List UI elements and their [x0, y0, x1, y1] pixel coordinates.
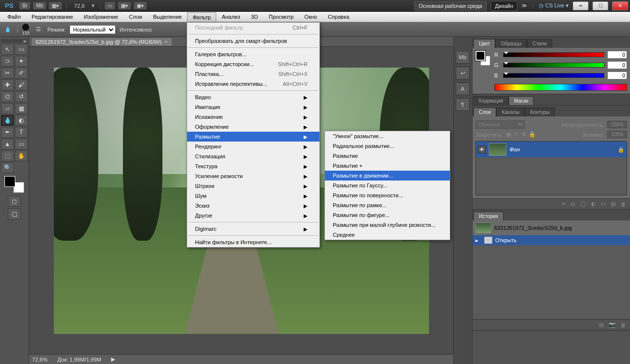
menu-файл[interactable]: Файл — [2, 12, 26, 22]
screen-button[interactable]: ▣▾ — [134, 2, 147, 9]
screen-mode-toggle[interactable]: ▢ — [8, 209, 21, 219]
menu-изображение[interactable]: Изображение — [79, 12, 123, 22]
shape-tool[interactable]: ▭ — [15, 139, 28, 149]
history-snapshot[interactable]: 6201261972_3cedec525d_b.jpg — [472, 220, 630, 235]
filter-menu-item-16[interactable]: Текстура▶ — [187, 161, 319, 171]
tab-layers[interactable]: Слои — [473, 108, 496, 116]
move-tool[interactable]: ↖ — [1, 44, 14, 55]
g-input[interactable] — [607, 61, 627, 69]
filter-menu-item-14[interactable]: Рендеринг▶ — [187, 142, 319, 151]
filter-menu-item-7[interactable]: Исправление перспективы...Alt+Ctrl+V — [187, 79, 319, 89]
blur-submenu-item-8[interactable]: Размытие по фигуре... — [325, 210, 450, 220]
blur-submenu-item-3[interactable]: Размытие + — [325, 161, 450, 171]
zoom-readout[interactable]: 72,6 — [71, 3, 87, 9]
filter-menu-item-13[interactable]: Размытие▶ — [187, 132, 319, 142]
paragraph-panel-icon[interactable]: ¶ — [456, 98, 470, 111]
filter-menu-item-20[interactable]: Эскиз▶ — [187, 201, 319, 211]
delete-layer-icon[interactable]: 🗑 — [621, 201, 626, 207]
blur-submenu[interactable]: "Умное" размытие...Радиальное размытие..… — [324, 131, 450, 240]
layer-fx-icon[interactable]: fx — [571, 201, 575, 207]
lock-pixels-icon[interactable]: ✎ — [514, 131, 518, 138]
toolbox-handle[interactable] — [1, 39, 28, 43]
blur-submenu-item-6[interactable]: Размытие по поверхности... — [325, 190, 450, 200]
minibridge-panel-icon[interactable]: Mb — [456, 51, 470, 64]
filter-menu-item-6[interactable]: Пластика...Shift+Ctrl+X — [187, 69, 319, 79]
eyedropper-tool[interactable]: ✐ — [15, 68, 28, 78]
panel-color-swatches[interactable] — [475, 51, 490, 66]
dodge-tool[interactable]: ◐ — [15, 115, 28, 126]
blend-mode-select[interactable]: Обычные — [475, 120, 525, 129]
marquee-tool[interactable]: ▭ — [15, 44, 28, 55]
gradient-tool[interactable]: ▦ — [15, 103, 28, 114]
filter-menu-item-12[interactable]: Оформление▶ — [187, 122, 319, 132]
menu-просмотр[interactable]: Просмотр — [263, 12, 299, 22]
fill-adjust-icon[interactable]: ◐ — [591, 201, 596, 207]
filter-menu-item-19[interactable]: Шум▶ — [187, 191, 319, 201]
close-tab-icon[interactable]: × — [164, 39, 167, 45]
r-input[interactable] — [607, 51, 627, 59]
tab-color[interactable]: Цвет — [473, 39, 495, 48]
filter-menu-item-2[interactable]: Преобразовать для смарт-фильтров — [187, 36, 319, 46]
workspace-design[interactable]: Дизайн — [491, 1, 518, 11]
spectrum-ramp[interactable] — [494, 84, 627, 91]
zoom-dropdown-icon[interactable]: ▼ — [91, 3, 96, 8]
brush-preset-picker[interactable]: 133 — [22, 24, 30, 36]
blur-submenu-item-10[interactable]: Среднее — [325, 230, 450, 240]
b-slider[interactable] — [503, 73, 604, 78]
document-tab[interactable]: 6201261972_3cedec525d_b.jpg @ 72,6% (RGB… — [31, 37, 172, 46]
close-button[interactable]: ✕ — [612, 1, 628, 10]
menu-3d[interactable]: 3D — [245, 12, 263, 22]
filter-menu-item-15[interactable]: Стилизация▶ — [187, 151, 319, 161]
blend-mode-select[interactable]: Нормальный — [70, 25, 116, 34]
panel-fg-swatch[interactable] — [475, 51, 485, 61]
arrange-button[interactable]: ▦▾ — [118, 2, 131, 9]
heal-tool[interactable]: ✚ — [1, 79, 14, 90]
wand-tool[interactable]: ✦ — [15, 56, 28, 67]
tab-swatches[interactable]: Образцы — [495, 39, 527, 48]
layer-row[interactable]: 👁 Фон 🔒 — [476, 142, 627, 157]
minimize-button[interactable]: ━ — [573, 1, 589, 10]
layer-mask-icon[interactable]: ◯ — [580, 201, 586, 207]
pen-tool[interactable]: ✒ — [1, 127, 14, 138]
create-document-icon[interactable]: ▤ — [599, 322, 604, 328]
layer-thumbnail[interactable] — [489, 143, 507, 156]
menu-выделение[interactable]: Выделение — [148, 12, 187, 22]
status-docsize[interactable]: Док: 1,99M/1,99M — [57, 357, 101, 363]
character-panel-icon[interactable]: A — [456, 82, 470, 95]
menu-анализ[interactable]: Анализ — [216, 12, 245, 22]
stamp-tool[interactable]: ⌬ — [1, 91, 14, 102]
filter-menu-item-4[interactable]: Галерея фильтров... — [187, 49, 319, 59]
filter-menu-item-25[interactable]: Найти фильтры в Интернете... — [187, 237, 319, 247]
lock-transparency-icon[interactable]: ▦ — [506, 131, 511, 138]
menu-фильтр[interactable]: Фильтр — [187, 12, 216, 22]
blur-submenu-item-2[interactable]: Размытие — [325, 151, 450, 161]
delete-state-icon[interactable]: 🗑 — [621, 322, 626, 328]
type-tool[interactable]: T — [15, 127, 28, 138]
filter-menu-item-11[interactable]: Искажение▶ — [187, 112, 319, 122]
menu-редактирование[interactable]: Редактирование — [26, 12, 79, 22]
blur-submenu-item-1[interactable]: Радиальное размытие... — [325, 141, 450, 151]
brush-tool[interactable]: 🖌 — [15, 79, 28, 90]
r-slider[interactable] — [503, 52, 604, 57]
group-icon[interactable]: ▭ — [601, 201, 606, 207]
blur-submenu-item-5[interactable]: Размытие по Гауссу... — [325, 181, 450, 190]
fg-color-swatch[interactable] — [4, 176, 15, 187]
history-brush-tool[interactable]: ↺ — [15, 91, 28, 102]
blur-submenu-item-4[interactable]: Размытие в движении... — [325, 171, 450, 181]
cslive-button[interactable]: ◷ CS Live ▾ — [539, 2, 569, 9]
visibility-toggle-icon[interactable]: 👁 — [478, 146, 486, 153]
history-step[interactable]: ▸ Открыть — [472, 235, 630, 245]
opacity-value[interactable]: 100% — [607, 121, 627, 128]
new-layer-icon[interactable]: ▤ — [611, 201, 616, 207]
bridge-button[interactable]: Br — [19, 2, 30, 9]
history-brush-source-icon[interactable]: ▸ — [475, 237, 481, 244]
blur-submenu-item-7[interactable]: Размытие по рамке... — [325, 200, 450, 210]
filter-menu-item-9[interactable]: Видео▶ — [187, 92, 319, 102]
layer-name[interactable]: Фон — [510, 146, 615, 152]
quick-mask-toggle[interactable]: ◻ — [8, 196, 21, 207]
blur-submenu-item-9[interactable]: Размытие при малой глубине резкости... — [325, 220, 450, 230]
tab-masks[interactable]: Маски — [509, 96, 534, 105]
tab-styles[interactable]: Стили — [527, 39, 552, 48]
path-select-tool[interactable]: ▲ — [1, 139, 14, 149]
menu-справка[interactable]: Справка — [322, 12, 354, 22]
